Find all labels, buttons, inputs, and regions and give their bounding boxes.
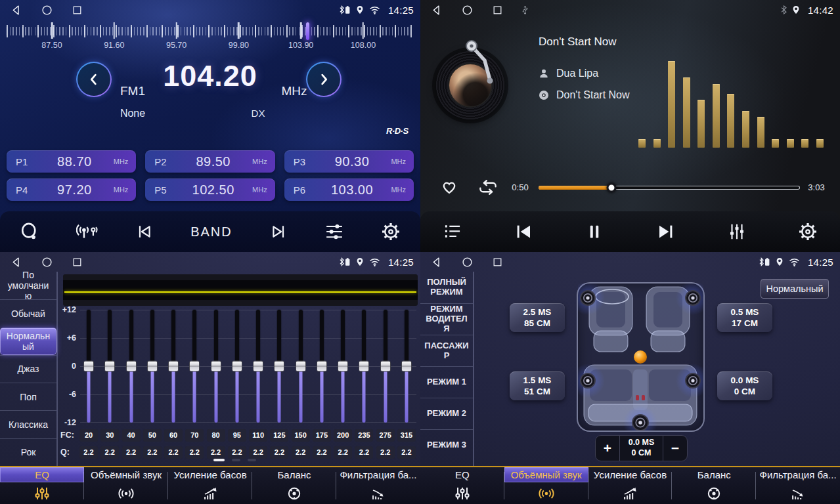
dx-mode[interactable]: DX xyxy=(247,108,269,119)
home-icon[interactable] xyxy=(462,5,473,16)
sound-tab[interactable]: EQ xyxy=(420,467,504,504)
staging-mode-item[interactable]: ПАССАЖИР xyxy=(420,335,473,366)
band-button[interactable]: BAND xyxy=(190,224,232,240)
band-frequency-value[interactable]: 125 xyxy=(270,429,288,442)
preset-button[interactable]: P3 90.30 MHz xyxy=(284,150,414,173)
home-icon[interactable] xyxy=(41,257,53,268)
broadcast-icon[interactable] xyxy=(76,222,99,241)
slider-thumb[interactable] xyxy=(274,361,284,372)
staging-mode-item[interactable]: ПОЛНЫЙ РЕЖИМ xyxy=(420,272,473,303)
preset-button[interactable]: P4 97.20 MHz xyxy=(7,178,136,201)
slider-thumb[interactable] xyxy=(104,361,115,372)
tune-down-button[interactable] xyxy=(76,62,112,97)
eq-gain-slider[interactable] xyxy=(312,310,332,423)
slider-thumb[interactable] xyxy=(401,361,412,372)
pause-button[interactable] xyxy=(585,222,604,242)
band-q-value[interactable]: 2.2 xyxy=(143,446,162,459)
band-q-value[interactable]: 2.2 xyxy=(228,446,246,459)
rear-right-delay-button[interactable]: 0.0 MS 0 CM xyxy=(717,371,772,400)
preset-button[interactable]: P5 102.50 MHz xyxy=(145,178,275,201)
rear-left-delay-button[interactable]: 1.5 MS 51 CM xyxy=(510,371,565,400)
sound-tab[interactable]: Объёмный звук xyxy=(84,467,168,504)
favorite-heart-icon[interactable] xyxy=(440,178,458,198)
eq-gain-slider[interactable] xyxy=(291,310,311,423)
slider-thumb[interactable] xyxy=(338,361,348,372)
slider-thumb[interactable] xyxy=(253,361,263,372)
band-q-value[interactable]: 2.2 xyxy=(376,446,395,459)
band-q-value[interactable]: 2.2 xyxy=(334,446,352,459)
recents-icon[interactable] xyxy=(493,5,502,15)
eq-gain-slider[interactable] xyxy=(227,310,247,423)
recents-icon[interactable] xyxy=(493,257,502,267)
eq-preset-item[interactable]: Классика xyxy=(0,410,56,438)
settings-gear-icon[interactable] xyxy=(798,222,818,242)
staging-mode-item[interactable]: РЕЖИМ 2 xyxy=(420,398,473,429)
mixer-icon[interactable] xyxy=(727,222,747,242)
band-q-value[interactable]: 2.2 xyxy=(355,446,373,459)
sound-tab[interactable]: Фильтрация ба... xyxy=(336,467,420,504)
eq-gain-slider[interactable] xyxy=(185,310,204,423)
previous-station-button[interactable] xyxy=(135,222,154,241)
eq-gain-slider[interactable] xyxy=(143,310,162,423)
progress-thumb[interactable] xyxy=(607,183,617,193)
next-track-button[interactable] xyxy=(656,222,676,242)
band-frequency-value[interactable]: 275 xyxy=(376,429,395,442)
band-q-value[interactable]: 2.2 xyxy=(79,446,98,459)
preset-button[interactable]: P2 89.50 MHz xyxy=(145,150,275,173)
increase-delay-button[interactable]: + xyxy=(596,436,619,461)
eq-preset-item[interactable]: Поп xyxy=(0,383,56,410)
slider-thumb[interactable] xyxy=(168,361,179,372)
profile-button[interactable]: Нормальный xyxy=(761,279,829,299)
audio-settings-icon[interactable] xyxy=(324,222,344,242)
preset-button[interactable]: P6 103.00 MHz xyxy=(284,178,414,201)
band-frequency-value[interactable]: 80 xyxy=(207,429,225,442)
recents-icon[interactable] xyxy=(72,5,82,15)
eq-preset-item[interactable]: Нормальный xyxy=(0,327,56,355)
slider-thumb[interactable] xyxy=(296,361,306,372)
staging-mode-item[interactable]: РЕЖИМ 3 xyxy=(420,429,473,461)
band-frequency-value[interactable]: 60 xyxy=(164,429,183,442)
band-q-value[interactable]: 2.2 xyxy=(397,446,416,459)
next-station-button[interactable] xyxy=(269,222,288,241)
band-q-value[interactable]: 2.2 xyxy=(207,446,225,459)
slider-thumb[interactable] xyxy=(83,361,94,372)
band-q-value[interactable]: 2.2 xyxy=(249,446,267,459)
slider-thumb[interactable] xyxy=(147,361,158,372)
tuning-dial[interactable] xyxy=(7,21,414,41)
progress-bar[interactable] xyxy=(539,186,800,190)
sound-tab[interactable]: Баланс xyxy=(252,467,336,504)
band-q-value[interactable]: 2.2 xyxy=(100,446,119,459)
band-frequency-value[interactable]: 150 xyxy=(292,429,310,442)
eq-gain-slider[interactable] xyxy=(269,310,289,423)
scan-button[interactable] xyxy=(20,222,39,242)
band-frequency-value[interactable]: 40 xyxy=(122,429,141,442)
eq-gain-slider[interactable] xyxy=(376,310,395,423)
slider-thumb[interactable] xyxy=(380,361,391,372)
album-art-vinyl[interactable] xyxy=(436,51,504,119)
settings-gear-icon[interactable] xyxy=(381,222,401,242)
band-frequency-value[interactable]: 30 xyxy=(100,429,119,442)
eq-gain-slider[interactable] xyxy=(206,310,226,423)
band-frequency-value[interactable]: 200 xyxy=(334,429,352,442)
eq-gain-slider[interactable] xyxy=(248,310,268,423)
sound-tab[interactable]: Усиление басов xyxy=(168,467,252,504)
band-q-value[interactable]: 2.2 xyxy=(164,446,183,459)
eq-preset-item[interactable]: Джаз xyxy=(0,355,56,383)
sound-tab[interactable]: Усиление басов xyxy=(588,467,673,504)
band-q-value[interactable]: 2.2 xyxy=(292,446,310,459)
band-frequency-value[interactable]: 50 xyxy=(143,429,162,442)
back-icon[interactable] xyxy=(431,257,442,268)
eq-preset-item[interactable]: По умолчанию xyxy=(0,272,56,299)
band-frequency-value[interactable]: 70 xyxy=(185,429,204,442)
playlist-icon[interactable] xyxy=(443,222,462,241)
car-cabin-panel[interactable] xyxy=(577,282,705,432)
band-q-value[interactable]: 2.2 xyxy=(313,446,331,459)
slider-thumb[interactable] xyxy=(126,361,137,372)
band-frequency-value[interactable]: 95 xyxy=(228,429,246,442)
recents-icon[interactable] xyxy=(72,257,82,267)
slider-thumb[interactable] xyxy=(232,361,242,372)
band-frequency-value[interactable]: 315 xyxy=(397,429,416,442)
decrease-delay-button[interactable]: − xyxy=(663,436,687,461)
tuning-indicator[interactable] xyxy=(306,22,309,40)
home-icon[interactable] xyxy=(462,257,473,268)
